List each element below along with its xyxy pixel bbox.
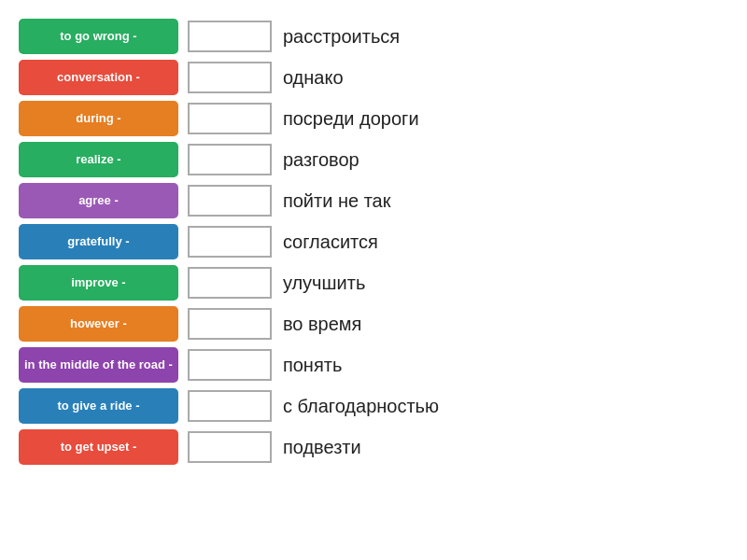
word-button-gratefully[interactable]: gratefully -: [19, 224, 178, 259]
word-button-agree[interactable]: agree -: [19, 183, 178, 218]
answer-input-row1[interactable]: [188, 21, 272, 52]
match-row-row4: разговор: [188, 142, 728, 177]
russian-text-row1: расстроиться: [283, 26, 400, 48]
russian-text-row10: с благодарностью: [283, 396, 439, 417]
match-row-row6: согласится: [188, 224, 728, 259]
main-container: to go wrong -conversation -during -reali…: [19, 19, 728, 465]
match-row-row5: пойти не так: [188, 183, 728, 218]
match-rows-column: расстроитьсяоднакопосреди дорогиразговор…: [188, 19, 728, 465]
word-button-realize[interactable]: realize -: [19, 142, 178, 177]
answer-input-row5[interactable]: [188, 185, 272, 217]
answer-input-row8[interactable]: [188, 308, 272, 340]
russian-text-row2: однако: [283, 67, 344, 89]
match-row-row11: подвезти: [188, 429, 728, 465]
match-row-row3: посреди дороги: [188, 101, 728, 136]
word-button-to-give-a-ride[interactable]: to give a ride -: [19, 388, 178, 424]
russian-text-row8: во время: [283, 314, 362, 335]
answer-input-row2[interactable]: [188, 62, 272, 93]
match-row-row1: расстроиться: [188, 19, 728, 54]
match-row-row9: понять: [188, 347, 728, 383]
word-button-in-the-middle[interactable]: in the middle of the road -: [19, 347, 178, 383]
match-row-row10: с благодарностью: [188, 388, 728, 424]
word-button-however[interactable]: however -: [19, 306, 178, 342]
answer-input-row11[interactable]: [188, 431, 272, 463]
russian-text-row5: пойти не так: [283, 190, 391, 212]
russian-text-row4: разговор: [283, 149, 359, 171]
match-row-row7: улучшить: [188, 265, 728, 301]
answer-input-row10[interactable]: [188, 390, 272, 422]
answer-input-row6[interactable]: [188, 226, 272, 258]
word-button-to-go-wrong[interactable]: to go wrong -: [19, 19, 178, 54]
word-button-conversation[interactable]: conversation -: [19, 60, 178, 95]
answer-input-row3[interactable]: [188, 103, 272, 134]
russian-text-row3: посреди дороги: [283, 108, 419, 130]
russian-text-row9: понять: [283, 355, 342, 376]
word-buttons-column: to go wrong -conversation -during -reali…: [19, 19, 178, 465]
answer-input-row7[interactable]: [188, 267, 272, 299]
answer-input-row4[interactable]: [188, 144, 272, 175]
word-button-to-get-upset[interactable]: to get upset -: [19, 429, 178, 465]
answer-input-row9[interactable]: [188, 349, 272, 381]
match-row-row8: во время: [188, 306, 728, 342]
match-row-row2: однако: [188, 60, 728, 95]
russian-text-row6: согласится: [283, 231, 378, 253]
russian-text-row7: улучшить: [283, 273, 365, 294]
word-button-during[interactable]: during -: [19, 101, 178, 136]
russian-text-row11: подвезти: [283, 437, 361, 458]
word-button-improve[interactable]: improve -: [19, 265, 178, 301]
